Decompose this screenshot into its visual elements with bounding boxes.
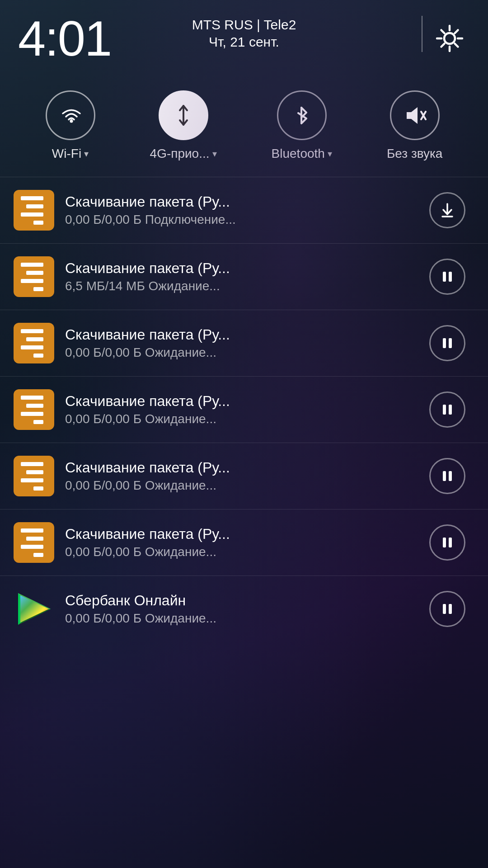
svg-rect-21 [449, 405, 452, 415]
sound-toggle[interactable]: Без звука [387, 90, 442, 161]
svg-line-8 [441, 44, 445, 47]
app-icon [14, 456, 54, 496]
svg-point-0 [444, 33, 455, 44]
notif-subtitle: 0,00 Б/0,00 Б Ожидание... [65, 611, 414, 626]
notif-title: Скачивание пакета (Ру... [65, 526, 414, 542]
notification-item[interactable]: Скачивание пакета (Ру... 6,5 МБ/14 МБ Ож… [0, 243, 488, 310]
download-button[interactable] [429, 192, 465, 228]
svg-rect-31 [449, 604, 452, 614]
sound-circle[interactable] [390, 90, 440, 140]
bt-dropdown-arrow: ▾ [328, 148, 332, 159]
app-icon [14, 389, 54, 430]
data-dropdown-arrow: ▾ [212, 148, 217, 159]
notification-item[interactable]: Скачивание пакета (Ру... 0,00 Б/0,00 Б О… [0, 509, 488, 576]
notification-text: Скачивание пакета (Ру... 0,00 Б/0,00 Б П… [65, 193, 414, 227]
notif-subtitle: 0,00 Б/0,00 Б Ожидание... [65, 412, 414, 426]
notification-text: Сбербанк Онлайн 0,00 Б/0,00 Б Ожидание..… [65, 592, 414, 626]
pause-button[interactable] [429, 524, 465, 561]
app-icon [14, 323, 54, 363]
settings-button[interactable] [434, 18, 465, 56]
status-divider [422, 16, 422, 52]
notification-text: Скачивание пакета (Ру... 0,00 Б/0,00 Б О… [65, 326, 414, 360]
data-circle[interactable] [159, 90, 208, 140]
sound-label: Без звука [387, 146, 442, 161]
wifi-label: Wi-Fi ▾ [52, 146, 89, 161]
svg-point-9 [70, 119, 73, 123]
app-icon [14, 522, 54, 563]
data-label: 4G-прио... ▾ [150, 146, 217, 161]
pause-button[interactable] [429, 392, 465, 428]
bluetooth-circle[interactable] [277, 90, 327, 140]
clock: 4:01 [18, 14, 111, 63]
pause-button[interactable] [429, 325, 465, 361]
svg-rect-24 [443, 538, 446, 547]
sberbank-notification-item[interactable]: Сбербанк Онлайн 0,00 Б/0,00 Б Ожидание..… [0, 576, 488, 642]
notif-subtitle: 6,5 МБ/14 МБ Ожидание... [65, 279, 414, 293]
bluetooth-label: Bluetooth ▾ [272, 146, 332, 161]
notif-title: Скачивание пакета (Ру... [65, 260, 414, 277]
quick-toggles: Wi-Fi ▾ 4G-прио... ▾ Bluetooth ▾ [0, 77, 488, 175]
pause-button[interactable] [429, 591, 465, 627]
svg-marker-29 [20, 595, 49, 623]
bluetooth-toggle[interactable]: Bluetooth ▾ [272, 90, 332, 161]
svg-rect-17 [449, 272, 452, 282]
svg-line-6 [455, 44, 458, 47]
svg-rect-19 [449, 338, 452, 348]
date-text: Чт, 21 сент. [209, 34, 279, 50]
notification-text: Скачивание пакета (Ру... 0,00 Б/0,00 Б О… [65, 459, 414, 493]
notifications-list: Скачивание пакета (Ру... 0,00 Б/0,00 Б П… [0, 177, 488, 642]
notif-title: Скачивание пакета (Ру... [65, 193, 414, 210]
notification-text: Скачивание пакета (Ру... 6,5 МБ/14 МБ Ож… [65, 260, 414, 293]
notification-text: Скачивание пакета (Ру... 0,00 Б/0,00 Б О… [65, 393, 414, 426]
notif-title: Скачивание пакета (Ру... [65, 393, 414, 410]
notification-item[interactable]: Скачивание пакета (Ру... 0,00 Б/0,00 Б О… [0, 376, 488, 443]
carrier-block: MTS RUS | Tele2 Чт, 21 сент. [192, 17, 296, 50]
wifi-toggle[interactable]: Wi-Fi ▾ [46, 90, 95, 161]
notification-item[interactable]: Скачивание пакета (Ру... 0,00 Б/0,00 Б О… [0, 443, 488, 509]
notif-title: Скачивание пакета (Ру... [65, 326, 414, 343]
svg-rect-16 [443, 272, 446, 282]
notif-subtitle: 0,00 Б/0,00 Б Ожидание... [65, 345, 414, 360]
data-toggle[interactable]: 4G-прио... ▾ [150, 90, 217, 161]
wifi-circle[interactable] [46, 90, 95, 140]
svg-rect-18 [443, 338, 446, 348]
svg-rect-23 [449, 471, 452, 481]
notif-subtitle: 0,00 Б/0,00 Б Ожидание... [65, 545, 414, 559]
notif-title: Сбербанк Онлайн [65, 592, 414, 609]
svg-rect-22 [443, 471, 446, 481]
wifi-dropdown-arrow: ▾ [84, 148, 89, 159]
app-icon [14, 256, 54, 297]
svg-rect-25 [449, 538, 452, 547]
pause-button[interactable] [429, 259, 465, 295]
svg-line-7 [455, 30, 458, 33]
notification-item[interactable]: Скачивание пакета (Ру... 0,00 Б/0,00 Б П… [0, 177, 488, 243]
notification-item[interactable]: Скачивание пакета (Ру... 0,00 Б/0,00 Б О… [0, 310, 488, 376]
notif-subtitle: 0,00 Б/0,00 Б Ожидание... [65, 478, 414, 493]
pause-button[interactable] [429, 458, 465, 494]
svg-line-5 [441, 30, 445, 33]
notif-subtitle: 0,00 Б/0,00 Б Подключение... [65, 212, 414, 227]
svg-rect-20 [443, 405, 446, 415]
notification-text: Скачивание пакета (Ру... 0,00 Б/0,00 Б О… [65, 526, 414, 559]
svg-rect-30 [443, 604, 446, 614]
time-block: 4:01 [18, 14, 111, 63]
status-bar: 4:01 MTS RUS | Tele2 Чт, 21 сент. [0, 0, 488, 72]
app-icon [14, 190, 54, 231]
notif-title: Скачивание пакета (Ру... [65, 459, 414, 476]
carrier-name: MTS RUS | Tele2 [192, 17, 296, 33]
sberbank-icon [14, 589, 54, 629]
